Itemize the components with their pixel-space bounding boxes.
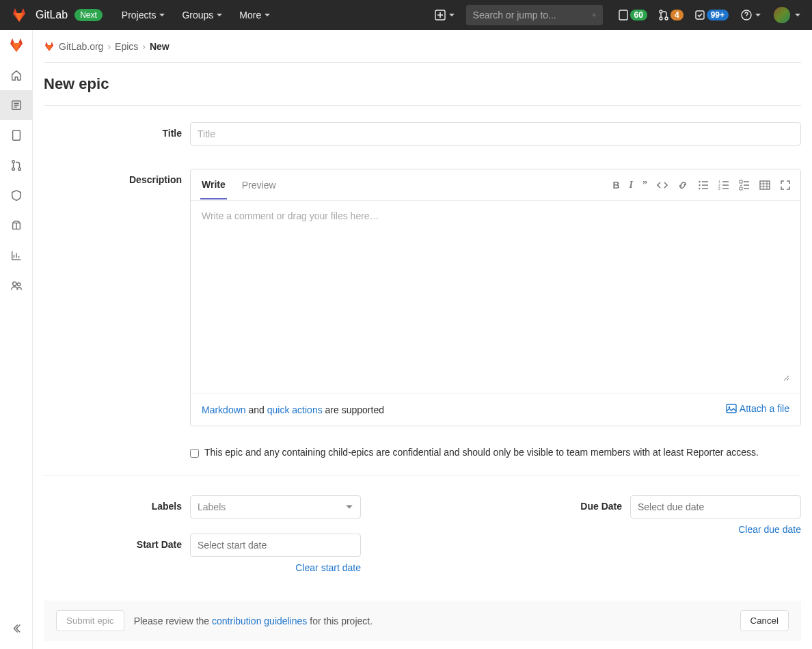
shield-icon	[10, 189, 23, 202]
breadcrumb-sep: ›	[107, 41, 111, 52]
issues-count-badge: 60	[630, 10, 647, 20]
sidebar-item-merge-requests[interactable]	[0, 150, 33, 180]
quick-actions-link[interactable]: quick actions	[267, 404, 323, 415]
confidential-row: This epic and any containing child-epics…	[44, 447, 801, 458]
nav-more-label: More	[239, 10, 261, 20]
chevron-down-icon	[345, 503, 353, 511]
nav-more[interactable]: More	[232, 0, 278, 30]
labels-label: Labels	[44, 495, 190, 512]
divider	[44, 475, 801, 476]
sidebar-item-home[interactable]	[0, 60, 33, 90]
help-icon	[741, 10, 752, 20]
issue-icon	[10, 129, 23, 141]
members-icon	[10, 279, 23, 292]
cancel-button[interactable]: Cancel	[740, 610, 789, 631]
chevron-down-icon	[755, 12, 761, 18]
breadcrumb-section[interactable]: Epics	[115, 41, 138, 52]
title-input[interactable]	[190, 122, 801, 146]
clear-due-date-link[interactable]: Clear due date	[630, 524, 801, 535]
svg-rect-23	[740, 187, 742, 190]
search-icon	[593, 10, 596, 20]
task-list-icon[interactable]	[739, 180, 750, 191]
clear-start-date-link[interactable]: Clear start date	[190, 562, 361, 573]
gitlab-logo-icon[interactable]	[11, 7, 27, 23]
issues-icon	[618, 10, 629, 20]
mr-count-badge: 4	[671, 10, 684, 20]
sidebar	[0, 30, 33, 649]
markdown-link[interactable]: Markdown	[202, 404, 246, 415]
chevron-down-icon	[264, 12, 271, 18]
search-box[interactable]	[466, 5, 603, 25]
code-icon[interactable]	[657, 180, 668, 191]
editor-footer: Markdown and quick actions are supported…	[191, 393, 800, 426]
gitlab-icon	[44, 41, 55, 52]
chevron-down-icon	[448, 12, 455, 18]
svg-point-15	[17, 283, 21, 286]
sidebar-item-issues[interactable]	[0, 120, 33, 150]
svg-point-1	[593, 14, 595, 16]
description-textarea[interactable]	[202, 210, 789, 381]
svg-point-4	[660, 17, 662, 20]
link-icon[interactable]	[677, 180, 688, 191]
home-icon	[10, 69, 23, 81]
sidebar-collapse-button[interactable]	[0, 615, 33, 642]
table-icon[interactable]	[759, 180, 770, 191]
quote-icon[interactable]: ”	[642, 180, 647, 191]
nav-projects[interactable]: Projects	[115, 0, 173, 30]
svg-rect-9	[12, 130, 20, 140]
title-label: Title	[44, 122, 190, 139]
bullet-list-icon[interactable]	[698, 180, 709, 191]
bold-icon[interactable]: B	[612, 180, 619, 191]
due-date-label: Due Date	[580, 495, 630, 512]
confidential-checkbox[interactable]	[190, 449, 199, 458]
nav-mr-count[interactable]: 4	[658, 10, 684, 20]
content-area: GitLab.org › Epics › New New epic Title …	[33, 30, 812, 649]
image-icon	[726, 403, 737, 414]
user-menu[interactable]	[770, 7, 801, 23]
sidebar-item-packages[interactable]	[0, 210, 33, 240]
nav-issues-count[interactable]: 60	[618, 10, 647, 20]
epic-icon	[10, 99, 23, 111]
nav-todos-count[interactable]: 99+	[694, 10, 729, 20]
package-icon	[10, 219, 23, 232]
breadcrumb: GitLab.org › Epics › New	[44, 30, 801, 63]
due-date-input[interactable]	[630, 495, 801, 519]
nav-groups-label: Groups	[182, 10, 213, 20]
search-input[interactable]	[473, 10, 593, 20]
tab-write[interactable]: Write	[200, 171, 227, 199]
start-date-input[interactable]	[190, 534, 361, 557]
contribution-guidelines-link[interactable]: contribution guidelines	[212, 616, 307, 626]
description-label: Description	[44, 169, 190, 185]
todos-icon	[694, 10, 705, 20]
sidebar-item-analytics[interactable]	[0, 240, 33, 271]
sidebar-item-security[interactable]	[0, 180, 33, 210]
svg-point-17	[699, 184, 700, 185]
sidebar-item-epics[interactable]	[0, 90, 33, 120]
breadcrumb-sep: ›	[142, 41, 146, 52]
help-menu[interactable]	[741, 10, 761, 20]
tab-preview[interactable]: Preview	[241, 171, 278, 199]
brand-name: GitLab	[36, 9, 68, 21]
attach-file-button[interactable]: Attach a file	[726, 403, 789, 414]
review-prefix: Please review the	[134, 616, 212, 626]
new-menu[interactable]	[435, 10, 455, 20]
group-logo-icon[interactable]	[8, 37, 25, 53]
labels-dropdown[interactable]: Labels	[190, 495, 361, 519]
footer-and: and	[246, 404, 267, 415]
merge-request-icon	[658, 10, 669, 20]
svg-point-11	[12, 168, 14, 171]
sidebar-item-members[interactable]	[0, 271, 33, 301]
fullscreen-icon[interactable]	[780, 180, 791, 191]
italic-icon[interactable]: I	[630, 180, 633, 191]
nav-groups[interactable]: Groups	[175, 0, 230, 30]
svg-point-16	[699, 180, 700, 182]
breadcrumb-group[interactable]: GitLab.org	[59, 41, 103, 52]
nav-projects-label: Projects	[122, 10, 157, 20]
next-badge[interactable]: Next	[75, 9, 103, 21]
svg-point-10	[12, 161, 14, 163]
collapse-icon	[10, 622, 23, 635]
submit-epic-button[interactable]: Submit epic	[56, 610, 124, 631]
numbered-list-icon[interactable]: 123	[718, 180, 729, 191]
merge-request-icon	[10, 159, 23, 171]
actions-bar: Submit epic Please review the contributi…	[44, 600, 801, 641]
